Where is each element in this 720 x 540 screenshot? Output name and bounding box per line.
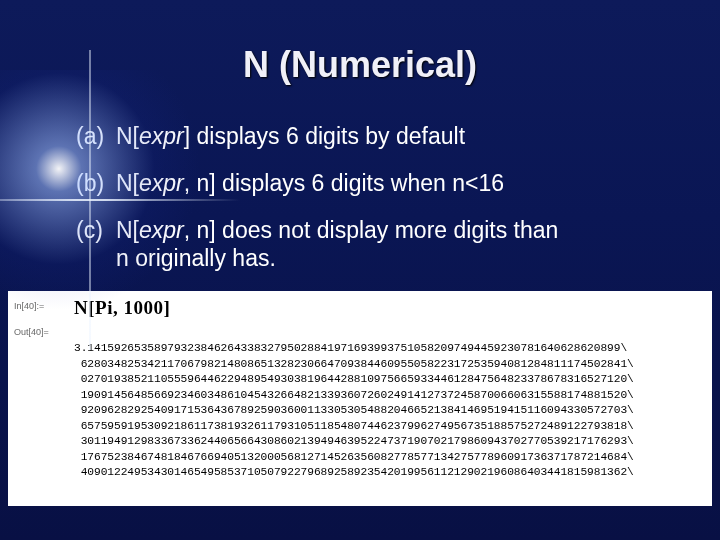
bullet-b-post: , n] displays 6 digits when n<16 xyxy=(184,170,504,196)
out-line-4: 9209628292540917153643678925903600113305… xyxy=(74,404,634,416)
bullet-b-pre: N[ xyxy=(116,170,139,196)
output-cell-value: 3.14159265358979323846264338327950288419… xyxy=(74,323,634,496)
bullet-a: (a)N[expr] displays 6 digits by default xyxy=(76,122,666,151)
out-line-7: 1767523846748184676694051320005681271452… xyxy=(74,451,634,463)
slide-body: (a)N[expr] displays 6 digits by default … xyxy=(76,122,666,273)
bullet-b-label: (b) xyxy=(76,169,116,198)
code-fn: N[Pi, xyxy=(74,297,123,318)
code-close: ] xyxy=(163,297,170,318)
input-cell-code: N[Pi, 1000] xyxy=(74,297,170,319)
out-line-1: 6280348253421170679821480865132823066470… xyxy=(74,358,634,370)
mathematica-notebook: In[40]:= N[Pi, 1000] Out[40]= 3.14159265… xyxy=(8,291,712,506)
bullet-c-post: , n] does not display more digits than xyxy=(184,217,559,243)
bullet-a-expr: expr xyxy=(139,123,184,149)
out-line-0: 3.14159265358979323846264338327950288419… xyxy=(74,342,627,354)
input-cell-label: In[40]:= xyxy=(14,297,74,311)
out-line-5: 6575959195309218611738193261179310511854… xyxy=(74,420,634,432)
out-line-3: 1909145648566923460348610454326648213393… xyxy=(74,389,634,401)
bullet-c-cont: n originally has. xyxy=(76,244,666,273)
output-cell-label: Out[40]= xyxy=(14,323,74,337)
slide-title: N (Numerical) xyxy=(0,44,720,86)
bullet-b: (b)N[expr, n] displays 6 digits when n<1… xyxy=(76,169,666,198)
out-line-2: 0270193852110555964462294895493038196442… xyxy=(74,373,634,385)
bullet-c-pre: N[ xyxy=(116,217,139,243)
out-line-6: 3011949129833673362440656643086021394946… xyxy=(74,435,634,447)
bullet-a-pre: N[ xyxy=(116,123,139,149)
bullet-b-expr: expr xyxy=(139,170,184,196)
bullet-a-post: ] displays 6 digits by default xyxy=(184,123,465,149)
code-arg-n: 1000 xyxy=(123,297,163,318)
out-line-8: 4090122495343014654958537105079227968925… xyxy=(74,466,634,478)
bullet-c-expr: expr xyxy=(139,217,184,243)
bullet-c-label: (c) xyxy=(76,216,116,245)
bullet-c: (c)N[expr, n] does not display more digi… xyxy=(76,216,666,274)
bullet-a-label: (a) xyxy=(76,122,116,151)
